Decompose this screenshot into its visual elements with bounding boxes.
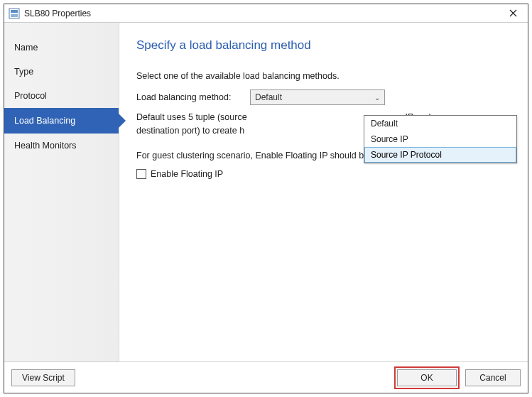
page-heading: Specify a load balancing method [136, 38, 511, 53]
sidebar-item-health-monitors[interactable]: Health Monitors [4, 134, 119, 158]
dialog-window: SLB80 Properties Name Type Protocol Load… [4, 4, 528, 393]
close-button[interactable] [498, 4, 528, 23]
method-selected-value: Default [255, 92, 282, 102]
method-label: Load balancing method: [136, 92, 250, 102]
window-title: SLB80 Properties [24, 9, 91, 18]
svg-rect-2 [11, 14, 18, 17]
sidebar-item-protocol[interactable]: Protocol [4, 84, 119, 108]
sidebar-item-load-balancing[interactable]: Load Balancing [4, 108, 119, 134]
titlebar: SLB80 Properties [4, 4, 528, 23]
method-option-default[interactable]: Default [364, 116, 516, 131]
close-icon [509, 9, 517, 17]
method-option-source-ip-protocol[interactable]: Source IP Protocol [364, 147, 516, 163]
svg-rect-1 [11, 10, 18, 13]
floating-ip-row: Enable Floating IP [136, 169, 511, 179]
floating-ip-checkbox[interactable] [136, 169, 146, 179]
floating-ip-label: Enable Floating IP [151, 169, 223, 179]
method-combobox[interactable]: Default ⌄ [250, 89, 385, 105]
dialog-body: Name Type Protocol Load Balancing Health… [4, 23, 528, 361]
app-icon [9, 8, 20, 19]
sidebar-item-name[interactable]: Name [4, 36, 119, 60]
intro-text: Select one of the available load balanci… [136, 71, 511, 81]
ok-button-highlight: OK [394, 366, 460, 389]
cancel-button[interactable]: Cancel [465, 369, 521, 386]
method-option-source-ip[interactable]: Source IP [364, 131, 516, 147]
dialog-footer: View Script OK Cancel [4, 361, 528, 393]
chevron-down-icon: ⌄ [374, 94, 380, 102]
sidebar-item-type[interactable]: Type [4, 60, 119, 84]
view-script-button[interactable]: View Script [11, 369, 75, 386]
sidebar: Name Type Protocol Load Balancing Health… [4, 23, 119, 361]
method-dropdown-list: Default Source IP Source IP Protocol [364, 115, 517, 163]
method-row: Load balancing method: Default ⌄ [136, 89, 511, 105]
content-pane: Specify a load balancing method Select o… [119, 23, 528, 361]
ok-button[interactable]: OK [397, 369, 457, 386]
